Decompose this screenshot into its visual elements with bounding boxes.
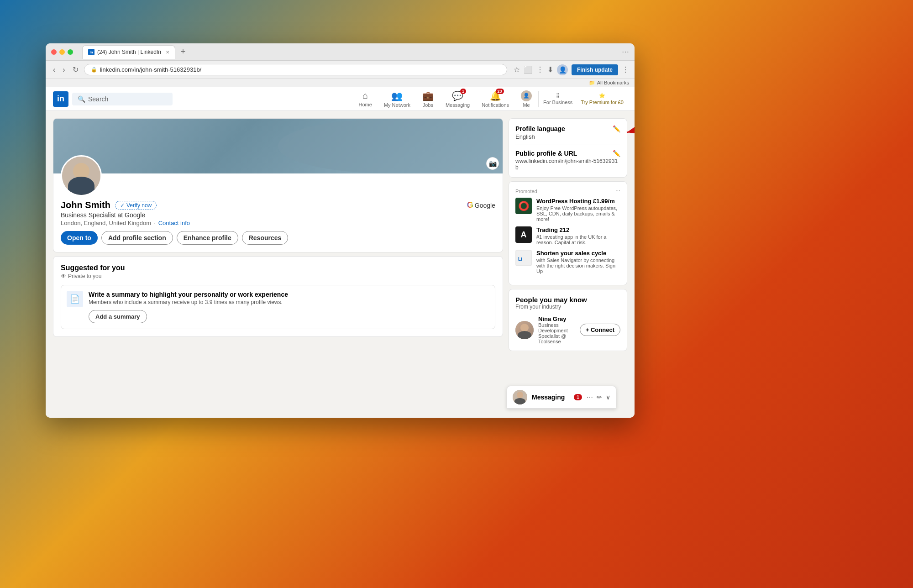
notifications-icon: 🔔 23 <box>490 90 501 101</box>
edit-url-icon[interactable]: ✏️ <box>613 150 620 157</box>
people-section: People you may know From your industry N… <box>509 289 627 351</box>
reload-button[interactable]: ↻ <box>71 63 80 76</box>
right-sidebar: Profile language ✏️ English Public profi… <box>509 118 627 418</box>
ad2-content: Trading 212 #1 investing app in the UK f… <box>536 226 620 245</box>
ad1-desc: Enjoy Free WordPress autoupdates, SSL, C… <box>536 205 620 222</box>
url-bar[interactable]: 🔒 linkedin.com/in/john-smith-51632931b/ <box>84 64 507 75</box>
me-label: Me <box>523 102 530 108</box>
forward-button[interactable]: › <box>61 64 67 76</box>
finish-update-button[interactable]: Finish update <box>572 64 618 75</box>
ad3-desc: with Sales Navigator by connecting with … <box>536 257 620 274</box>
ad-item-2[interactable]: A Trading 212 #1 investing app in the UK… <box>515 226 620 245</box>
search-bar[interactable]: 🔍 Search <box>72 93 173 105</box>
enhance-profile-button[interactable]: Enhance profile <box>177 231 238 245</box>
nav-my-network[interactable]: 👥 My Network <box>378 87 416 111</box>
nav-me[interactable]: 👤 Me <box>515 87 537 111</box>
suggested-item-title: Write a summary to highlight your person… <box>89 291 288 298</box>
edit-language-icon[interactable]: ✏️ <box>613 125 620 132</box>
nav-for-business[interactable]: ⣿ For Business <box>540 87 576 111</box>
ads-card: Promoted ⋯ ⭕ WordPress Hosting £1.99/m E… <box>509 181 627 285</box>
avatar-image <box>62 157 100 195</box>
people-title: People you may know <box>515 296 620 304</box>
camera-button[interactable]: 📷 <box>486 157 499 170</box>
ad-item-3[interactable]: Li Shorten your sales cycle with Sales N… <box>515 250 620 274</box>
ad2-title: Trading 212 <box>536 226 620 233</box>
star-icon[interactable]: ☆ <box>514 65 520 74</box>
jobs-label: Jobs <box>423 102 433 108</box>
ad-item-1[interactable]: ⭕ WordPress Hosting £1.99/m Enjoy Free W… <box>515 198 620 222</box>
verify-badge[interactable]: ✓ Verify now <box>115 201 157 210</box>
bookmarks-bar: 📁 All Bookmarks <box>46 79 635 87</box>
new-tab-button[interactable]: + <box>179 47 188 57</box>
title-bar: in (24) John Smith | LinkedIn ✕ + ⋯ <box>46 43 635 61</box>
people-subtitle: From your industry <box>515 304 620 310</box>
try-premium-label: Try Premium for £0 <box>581 100 624 105</box>
person-name: Nina Gray <box>538 315 575 322</box>
download-icon[interactable]: ⬇ <box>547 65 553 74</box>
suggested-item-content: Write a summary to highlight your person… <box>89 291 288 323</box>
profile-title: Business Specialist at Google <box>61 211 495 219</box>
add-summary-button[interactable]: Add a summary <box>89 310 147 323</box>
all-bookmarks-label[interactable]: All Bookmarks <box>597 80 629 86</box>
messaging-badge: 1 <box>460 89 466 94</box>
ad3-title: Shorten your sales cycle <box>536 250 620 257</box>
open-to-button[interactable]: Open to <box>61 231 98 245</box>
browser-menu-icon[interactable]: ⋮ <box>622 65 629 74</box>
bookmarks-folder-icon: 📁 <box>589 80 595 86</box>
back-button[interactable]: ‹ <box>51 64 57 76</box>
extensions-icon[interactable]: ⬜ <box>524 65 533 74</box>
resources-button[interactable]: Resources <box>242 231 289 245</box>
messaging-avatar <box>513 390 527 404</box>
linkedin-logo[interactable]: in <box>53 91 68 107</box>
messaging-label: Messaging <box>532 394 569 401</box>
premium-icon: ⭐ <box>599 93 605 99</box>
nav-messaging[interactable]: 💬 1 Messaging <box>440 87 475 111</box>
tab-close-icon[interactable]: ✕ <box>166 50 169 55</box>
network-icon: 👥 <box>391 90 403 101</box>
messaging-dots-icon[interactable]: ⋯ <box>587 394 593 401</box>
grid-icon: ⣿ <box>556 93 560 99</box>
promoted-dots-icon[interactable]: ⋯ <box>615 188 620 194</box>
contact-info-link[interactable]: Contact info <box>158 220 190 226</box>
messaging-compose-icon[interactable]: ✏ <box>597 394 602 401</box>
add-profile-section-button[interactable]: Add profile section <box>101 231 173 245</box>
maximize-button[interactable] <box>68 49 73 55</box>
tab-favicon: in <box>88 49 94 55</box>
nav-home[interactable]: ⌂ Home <box>353 87 378 111</box>
nav-jobs[interactable]: 💼 Jobs <box>417 87 439 111</box>
me-avatar: 👤 <box>521 90 532 101</box>
profile-main: 📷 ✏️ John Smith <box>53 118 503 418</box>
messaging-collapse-icon[interactable]: ∨ <box>606 394 610 401</box>
address-bar: ‹ › ↻ 🔒 linkedin.com/in/john-smith-51632… <box>46 61 635 79</box>
user-avatar-icon[interactable]: 👤 <box>557 64 568 75</box>
notifications-label: Notifications <box>482 102 509 108</box>
location-text: London, England, United Kingdom <box>61 220 151 226</box>
search-icon: 🔍 <box>78 95 85 103</box>
profile-info-area: ✏️ John Smith ✓ Verify now G Google Busi… <box>53 155 503 252</box>
public-profile-section: Public profile & URL ✏️ <box>515 150 620 157</box>
active-tab[interactable]: in (24) John Smith | LinkedIn ✕ <box>82 45 175 59</box>
nav-notifications[interactable]: 🔔 23 Notifications <box>476 87 514 111</box>
profile-card: 📷 ✏️ John Smith <box>53 118 503 252</box>
suggested-privacy: Private to you <box>68 273 101 279</box>
window-controls: ⋯ <box>622 47 629 56</box>
menu-icon[interactable]: ⋮ <box>536 65 544 74</box>
nav-divider <box>538 91 539 107</box>
search-placeholder: Search <box>88 95 108 103</box>
home-label: Home <box>359 102 372 107</box>
nav-try-premium[interactable]: ⭐ Try Premium for £0 <box>577 87 627 111</box>
tab-bar: in (24) John Smith | LinkedIn ✕ + <box>82 45 618 59</box>
google-label: Google <box>475 202 495 209</box>
main-content: 📷 ✏️ John Smith <box>46 111 635 418</box>
minimize-button[interactable] <box>59 49 65 55</box>
profile-language-section: Profile language ✏️ <box>515 125 620 132</box>
notifications-badge: 23 <box>496 89 504 94</box>
close-button[interactable] <box>51 49 57 55</box>
profile-actions: Open to Add profile section Enhance prof… <box>61 231 495 245</box>
suggested-item-desc: Members who include a summary receive up… <box>89 299 288 305</box>
suggested-item-icon: 📄 <box>67 291 83 307</box>
person-info: Nina Gray Business Development Specialis… <box>538 315 575 344</box>
connect-button[interactable]: + Connect <box>580 324 620 336</box>
promoted-label: Promoted ⋯ <box>515 188 620 194</box>
messaging-bar[interactable]: Messaging 1 ⋯ ✏ ∨ <box>507 386 616 409</box>
